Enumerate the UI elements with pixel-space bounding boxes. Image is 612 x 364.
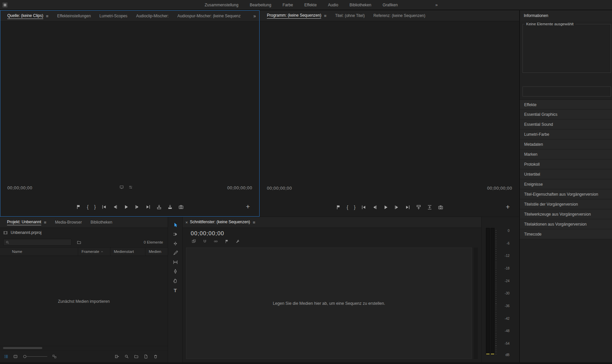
sidebar-item-titelaktionen[interactable]: Titelaktionen aus Vorgängerversion	[520, 219, 612, 229]
search-input[interactable]	[11, 240, 69, 245]
monitor-settings-icon[interactable]	[128, 185, 133, 189]
step-back-icon[interactable]	[372, 205, 377, 210]
sidebar-item-marken[interactable]: Marken	[520, 149, 612, 159]
pen-tool[interactable]	[172, 269, 178, 274]
workspace-overflow-icon[interactable]: »	[433, 0, 440, 10]
lift-icon[interactable]	[416, 205, 421, 210]
workspace-tab-farbe[interactable]: Farbe	[277, 0, 299, 10]
sidebar-item-protokoll[interactable]: Protokoll	[520, 159, 612, 169]
type-tool[interactable]: T	[172, 287, 178, 293]
button-editor-icon[interactable]: +	[506, 203, 510, 211]
step-forward-icon[interactable]	[134, 204, 140, 210]
tab-informationen[interactable]: Informationen	[520, 10, 612, 21]
tab-media-browser[interactable]: Media-Browser	[51, 217, 86, 228]
tab-bibliotheken[interactable]: Bibliotheken	[86, 217, 116, 228]
insert-icon[interactable]	[156, 204, 162, 210]
mark-out-icon[interactable]: }	[94, 205, 96, 209]
add-marker-icon[interactable]	[336, 205, 341, 210]
slip-tool[interactable]	[172, 259, 178, 265]
step-back-icon[interactable]	[112, 204, 118, 210]
sidebar-item-essential-graphics[interactable]: Essential Graphics	[520, 109, 612, 119]
zoom-slider[interactable]	[23, 354, 47, 359]
panel-menu-icon[interactable]: ≡	[324, 14, 326, 18]
app-home-icon[interactable]	[2, 2, 8, 8]
sidebar-item-ereignisse[interactable]: Ereignisse	[520, 179, 612, 189]
column-header-framerate[interactable]: Framerate	[78, 248, 110, 256]
workspace-tab-bearbeitung[interactable]: Bearbeitung	[244, 0, 277, 10]
tab-audioclip-mischer[interactable]: Audioclip-Mischer:	[132, 11, 173, 21]
freeform-view-icon[interactable]	[52, 354, 57, 359]
sidebar-item-untertitel[interactable]: Untertitel	[520, 169, 612, 179]
selection-tool[interactable]	[172, 222, 178, 228]
icon-view-icon[interactable]	[13, 354, 18, 359]
scrollbar-thumb[interactable]	[3, 347, 42, 349]
new-search-bin-icon[interactable]	[77, 240, 81, 245]
export-frame-icon[interactable]	[178, 204, 184, 210]
workspace-tab-bibliotheken[interactable]: Bibliotheken	[344, 0, 377, 10]
tab-overflow-icon[interactable]: »	[253, 13, 257, 19]
sidebar-item-lumetri-farbe[interactable]: Lumetri-Farbe	[520, 129, 612, 139]
sidebar-item-titel-eigenschaften[interactable]: Titel-Eigenschaften aus Vorgängerversion	[520, 189, 612, 199]
sidebar-item-metadaten[interactable]: Metadaten	[520, 139, 612, 149]
panel-close-icon[interactable]: ×	[185, 220, 188, 225]
razor-tool[interactable]	[172, 250, 178, 256]
tab-lumetri-scopes[interactable]: Lumetri-Scopes	[95, 11, 132, 21]
nested-sequence-icon[interactable]	[192, 239, 196, 244]
add-marker-icon[interactable]	[225, 239, 229, 244]
mark-in-icon[interactable]: {	[87, 205, 89, 209]
sidebar-item-essential-sound[interactable]: Essential Sound	[520, 119, 612, 129]
workspace-tab-effekte[interactable]: Effekte	[299, 0, 322, 10]
goto-in-icon[interactable]	[361, 205, 366, 210]
panel-menu-icon[interactable]: ≡	[46, 14, 49, 18]
goto-in-icon[interactable]	[102, 204, 107, 210]
zoom-slider-knob[interactable]	[23, 355, 26, 358]
fit-zoom-icon[interactable]	[119, 185, 124, 189]
overwrite-icon[interactable]	[167, 204, 173, 210]
sidebar-item-effekte[interactable]: Effekte	[520, 99, 612, 109]
sidebar-item-timecode[interactable]: Timecode	[520, 229, 612, 239]
tab-programm[interactable]: Programm: (keine Sequenzen) ≡	[263, 10, 331, 21]
sidebar-item-titelwerkzeuge[interactable]: Titelwerkzeuge aus Vorgängerversion	[520, 209, 612, 219]
goto-out-icon[interactable]	[145, 204, 151, 210]
workspace-tab-zusammenstellung[interactable]: Zusammenstellung	[199, 0, 244, 10]
delete-icon[interactable]	[153, 354, 158, 359]
tab-projekt[interactable]: Projekt: Unbenannt ≡	[3, 217, 51, 228]
find-icon[interactable]	[124, 354, 129, 359]
automate-to-sequence-icon[interactable]	[115, 354, 119, 359]
panel-menu-icon[interactable]: ≡	[44, 220, 47, 225]
export-frame-icon[interactable]	[438, 205, 443, 210]
tab-effekteinstellungen[interactable]: Effekteinstellungen	[53, 11, 95, 21]
mark-out-icon[interactable]: }	[354, 205, 356, 210]
project-file-row[interactable]: Unbenannt.prproj	[0, 228, 168, 237]
play-icon[interactable]	[123, 204, 129, 210]
timeline-drop-zone[interactable]: Legen Sie die Medien hier ab, um eine Se…	[186, 248, 472, 359]
program-current-timecode[interactable]: 00;00;00;00	[267, 186, 292, 191]
step-forward-icon[interactable]	[394, 205, 399, 210]
tab-quelle[interactable]: Quelle: (keine Clips) ≡	[3, 11, 53, 21]
button-editor-icon[interactable]: +	[246, 203, 250, 211]
timeline-settings-icon[interactable]	[236, 239, 240, 244]
extract-icon[interactable]	[427, 205, 432, 210]
snap-icon[interactable]	[203, 239, 207, 244]
column-header-medien[interactable]: Medien	[145, 248, 168, 256]
panel-menu-icon[interactable]: ≡	[253, 220, 255, 225]
workspace-tab-audio[interactable]: Audio	[322, 0, 344, 10]
new-item-icon[interactable]	[144, 354, 148, 359]
mark-in-icon[interactable]: {	[347, 205, 348, 210]
column-header-name[interactable]: Name	[0, 248, 78, 256]
workspace-tab-grafiken[interactable]: Grafiken	[377, 0, 403, 10]
tab-titel[interactable]: Titel: (ohne Titel)	[331, 10, 369, 21]
linked-selection-icon[interactable]	[214, 239, 218, 244]
tab-audiospur-mischer[interactable]: Audiospur-Mischer: (keine Sequenz	[173, 11, 245, 21]
track-select-tool[interactable]	[172, 231, 178, 237]
tab-schnittfenster[interactable]: Schnittfenster: (keine Sequenzen) ≡	[189, 217, 260, 228]
list-view-icon[interactable]	[4, 354, 8, 359]
source-current-timecode[interactable]: 00;00;00;00	[7, 185, 32, 190]
sidebar-item-titelstile[interactable]: Titelstile der Vorgängerversion	[520, 199, 612, 209]
add-marker-icon[interactable]	[76, 204, 81, 210]
tab-referenz[interactable]: Referenz: (keine Sequenzen)	[369, 10, 430, 21]
project-item-area[interactable]: Zunächst Medien importieren	[0, 256, 168, 346]
hand-tool[interactable]	[172, 278, 178, 284]
timeline-timecode[interactable]: 00;00;00;00	[191, 230, 224, 237]
timeline-vertical-scrollbar[interactable]	[474, 248, 478, 359]
